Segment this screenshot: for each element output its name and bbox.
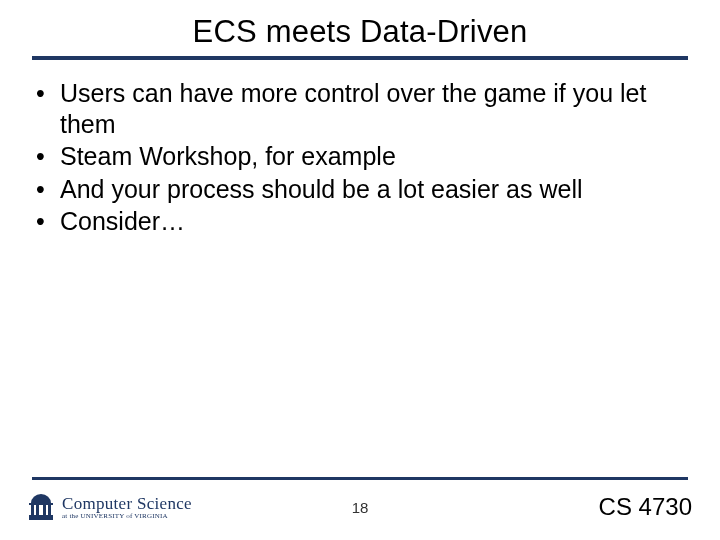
bullet-list: Users can have more control over the gam… (32, 78, 688, 237)
svg-rect-5 (29, 503, 53, 505)
svg-rect-3 (43, 505, 46, 515)
content-area: Users can have more control over the gam… (0, 60, 720, 237)
uva-rotunda-icon (28, 493, 54, 521)
svg-rect-4 (48, 505, 51, 515)
svg-rect-2 (36, 505, 39, 515)
logo-text: Computer Science at the UNIVERSITY of VI… (62, 495, 192, 520)
svg-rect-1 (31, 505, 34, 515)
svg-rect-0 (29, 515, 53, 520)
logo: Computer Science at the UNIVERSITY of VI… (28, 493, 192, 521)
logo-text-main: Computer Science (62, 495, 192, 512)
list-item: Consider… (32, 206, 688, 237)
footer: Computer Science at the UNIVERSITY of VI… (0, 482, 720, 540)
list-item: And your process should be a lot easier … (32, 174, 688, 205)
slide-title: ECS meets Data-Driven (0, 14, 720, 50)
list-item: Users can have more control over the gam… (32, 78, 688, 139)
footer-divider (32, 477, 688, 480)
page-number: 18 (352, 499, 369, 516)
logo-text-sub: at the UNIVERSITY of VIRGINIA (62, 513, 192, 520)
list-item: Steam Workshop, for example (32, 141, 688, 172)
course-code: CS 4730 (599, 493, 692, 521)
title-area: ECS meets Data-Driven (0, 0, 720, 50)
